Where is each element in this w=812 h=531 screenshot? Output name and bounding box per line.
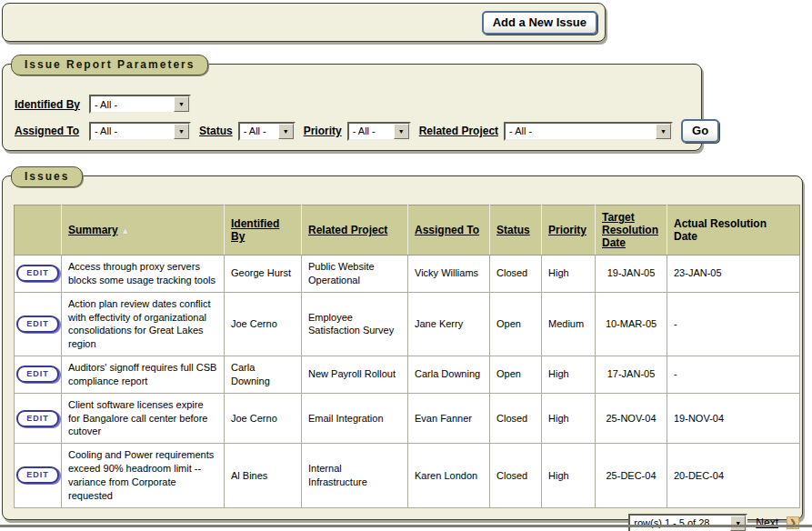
col-priority[interactable]: Priority — [542, 205, 596, 255]
related-project-cell: Employee Satisfaction Survey — [302, 292, 408, 356]
edit-cell: EDIT — [15, 292, 62, 356]
identified-by-label[interactable]: Identified By — [15, 98, 84, 111]
actual-resolution-date-cell: 20-DEC-04 — [667, 444, 800, 507]
table-row: EDIT Auditors' signoff requires full CSB… — [15, 356, 800, 394]
target-resolution-date-cell: 19-JAN-05 — [596, 255, 667, 293]
col-identified-by[interactable]: Identified By — [225, 205, 302, 255]
status-cell: Open — [490, 292, 542, 356]
edit-cell: EDIT — [15, 444, 62, 507]
go-button[interactable]: Go — [681, 119, 719, 143]
col-identified-by-label: Identified By — [231, 217, 279, 243]
actual-resolution-date-cell: - — [667, 292, 800, 356]
priority-cell: High — [542, 255, 596, 293]
toolbar-region: Add a New Issue — [2, 3, 606, 42]
chevron-down-icon: ▼ — [394, 124, 409, 139]
edit-button[interactable]: EDIT — [16, 466, 59, 484]
status-group: Status - All - ▼ — [199, 122, 296, 141]
issues-table: Summary▲ Identified By Related Project A… — [14, 205, 800, 508]
priority-cell: High — [542, 444, 596, 507]
select-value: - All - — [244, 125, 266, 136]
assigned-to-cell: Evan Fanner — [408, 393, 490, 444]
issues-region: Issues Summary▲ Identified By Related Pr… — [2, 175, 803, 520]
row-range-select[interactable]: row(s) 1 - 5 of 28 ▼ — [628, 514, 747, 531]
region-title-issue-report-parameters: Issue Report Parameters — [11, 55, 208, 75]
summary-cell: Auditors' signoff requires full CSB comp… — [62, 356, 225, 394]
status-cell: Closed — [490, 393, 542, 444]
table-row: EDIT Access through proxy servers blocks… — [15, 255, 800, 293]
select-value: - All - — [95, 125, 117, 136]
col-actual-resolution-date: Actual Resolution Date — [667, 205, 800, 255]
priority-label[interactable]: Priority — [304, 125, 342, 137]
identified-by-cell: Joe Cerno — [225, 292, 302, 356]
assigned-to-cell: Vicky Williams — [408, 255, 490, 293]
col-assigned-to[interactable]: Assigned To — [408, 205, 490, 255]
region-title-issues: Issues — [11, 166, 83, 187]
identified-by-select[interactable]: - All - ▼ — [89, 95, 191, 114]
summary-cell: Access through proxy servers blocks some… — [62, 255, 225, 293]
priority-group: Priority - All - ▼ — [304, 122, 411, 141]
assigned-to-group: Assigned To - All - ▼ — [15, 122, 191, 141]
col-priority-label: Priority — [548, 224, 586, 236]
table-row: EDIT Cooling and Power requirements exce… — [15, 444, 800, 507]
priority-select[interactable]: - All - ▼ — [347, 122, 411, 141]
assigned-to-label[interactable]: Assigned To — [15, 125, 84, 137]
select-value: - All - — [353, 125, 376, 136]
col-summary-label: Summary — [68, 224, 118, 236]
header-row: Summary▲ Identified By Related Project A… — [15, 205, 800, 255]
related-project-label[interactable]: Related Project — [419, 125, 498, 137]
actual-resolution-date-cell: - — [667, 356, 800, 394]
edit-cell: EDIT — [15, 255, 62, 293]
col-related-project-label: Related Project — [308, 224, 387, 236]
edit-cell: EDIT — [15, 356, 62, 394]
edit-button[interactable]: EDIT — [16, 366, 59, 383]
param-row-1: Identified By - All - ▼ — [15, 95, 692, 114]
issue-report-parameters-region: Issue Report Parameters Identified By - … — [2, 64, 702, 151]
identified-by-cell: Carla Downing — [225, 356, 302, 394]
chevron-down-icon: ▼ — [174, 96, 189, 112]
chevron-down-icon: ▼ — [730, 516, 746, 531]
status-label[interactable]: Status — [199, 125, 233, 137]
actual-resolution-date-cell: 19-NOV-04 — [667, 393, 800, 444]
col-edit — [15, 205, 62, 255]
status-cell: Closed — [490, 255, 542, 293]
col-target-resolution-date[interactable]: Target Resolution Date — [596, 205, 667, 255]
col-related-project[interactable]: Related Project — [302, 205, 408, 255]
assigned-to-cell: Carla Downing — [408, 356, 490, 394]
sort-ascending-icon: ▲ — [121, 225, 130, 235]
summary-cell: Action plan review dates conflict with e… — [62, 292, 225, 356]
summary-cell: Cooling and Power requirements exceed 90… — [62, 444, 225, 507]
identified-by-cell: George Hurst — [225, 255, 302, 293]
actual-resolution-date-cell: 23-JAN-05 — [667, 255, 800, 293]
status-select[interactable]: - All - ▼ — [238, 122, 296, 141]
chevron-down-icon: ▼ — [656, 124, 671, 139]
col-status-label: Status — [496, 224, 530, 236]
assigned-to-select[interactable]: - All - ▼ — [89, 122, 191, 141]
table-row: EDIT Client software licenses expire for… — [15, 393, 800, 444]
related-project-select[interactable]: - All - ▼ — [504, 122, 673, 141]
priority-cell: High — [542, 393, 596, 444]
target-resolution-date-cell: 17-JAN-05 — [596, 356, 667, 394]
pagination-bar: row(s) 1 - 5 of 28 ▼ Next ❯ — [14, 514, 799, 531]
chevron-down-icon: ▼ — [278, 124, 294, 139]
chevron-down-icon: ▼ — [174, 124, 189, 139]
param-row-2: Assigned To - All - ▼ Status - All - ▼ P… — [15, 119, 692, 143]
related-project-cell: Public Website Operational — [302, 255, 408, 293]
col-status[interactable]: Status — [490, 205, 542, 255]
priority-cell: High — [542, 356, 596, 394]
target-resolution-date-cell: 10-MAR-05 — [596, 292, 667, 356]
status-cell: Open — [490, 356, 542, 394]
related-project-cell: New Payroll Rollout — [302, 356, 408, 394]
col-summary[interactable]: Summary▲ — [62, 205, 225, 255]
edit-button[interactable]: EDIT — [16, 265, 59, 282]
next-arrow-icon[interactable]: ❯ — [787, 516, 799, 529]
assigned-to-cell: Jane Kerry — [408, 292, 490, 356]
edit-button[interactable]: EDIT — [16, 316, 59, 333]
identified-by-cell: Al Bines — [225, 444, 302, 507]
col-actual-resolution-date-label: Actual Resolution Date — [674, 217, 767, 243]
next-link[interactable]: Next — [756, 516, 778, 529]
related-project-group: Related Project - All - ▼ — [419, 122, 673, 141]
add-new-issue-button[interactable]: Add a New Issue — [482, 11, 597, 35]
assigned-to-cell: Karen London — [408, 444, 490, 507]
table-row: EDIT Action plan review dates conflict w… — [15, 292, 800, 356]
edit-button[interactable]: EDIT — [16, 410, 59, 427]
